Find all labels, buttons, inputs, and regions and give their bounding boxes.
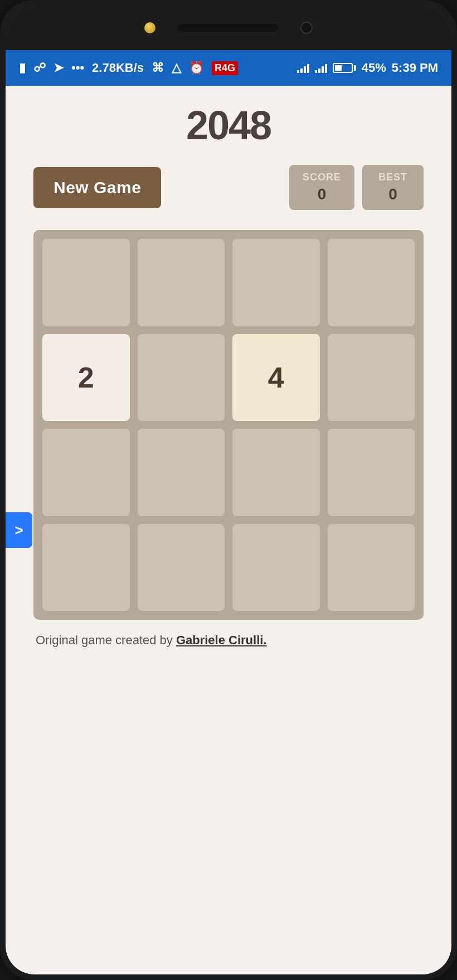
best-label: BEST bbox=[376, 171, 410, 183]
credit-text: Original game created by Gabriele Cirull… bbox=[33, 633, 424, 648]
time: 5:39 PM bbox=[392, 61, 438, 75]
telegram-icon: ➤ bbox=[54, 61, 64, 75]
tile bbox=[138, 334, 225, 422]
tile bbox=[42, 429, 130, 516]
location-icon: △ bbox=[172, 61, 181, 75]
battery-percent: 45% bbox=[362, 61, 386, 75]
tile bbox=[42, 239, 130, 326]
tile bbox=[328, 239, 415, 326]
app-content: > 2048 New Game SCORE 0 BEST 0 bbox=[6, 86, 451, 974]
wifi-icon: ⌘ bbox=[152, 61, 164, 75]
front-camera-icon bbox=[144, 22, 155, 33]
tile bbox=[232, 239, 320, 326]
board-grid: 24 bbox=[42, 239, 415, 611]
camera-bar bbox=[6, 6, 451, 50]
signal-bars-icon bbox=[297, 63, 309, 73]
network-badge: R4G bbox=[212, 61, 238, 75]
tile bbox=[138, 429, 225, 516]
more-icon: ••• bbox=[71, 61, 84, 75]
tile bbox=[42, 524, 130, 611]
chevron-icon: > bbox=[14, 522, 23, 539]
best-box: BEST 0 bbox=[362, 165, 424, 210]
status-right: 45% 5:39 PM bbox=[297, 61, 438, 75]
sensor-icon bbox=[300, 22, 313, 34]
game-board[interactable]: 24 bbox=[33, 230, 424, 620]
score-label: SCORE bbox=[303, 171, 341, 183]
tile bbox=[328, 429, 415, 516]
tile bbox=[138, 524, 225, 611]
game-title: 2048 bbox=[33, 102, 424, 148]
tile bbox=[232, 429, 320, 516]
credit-link[interactable]: Gabriele Cirulli. bbox=[176, 633, 267, 647]
tile bbox=[328, 524, 415, 611]
speaker-icon bbox=[178, 24, 278, 32]
phone-inner: ▮ ☍ ➤ ••• 2.78KB/s ⌘ △ ⏰ R4G bbox=[6, 6, 451, 974]
signal-bars-2-icon bbox=[315, 63, 327, 73]
side-chevron-button[interactable]: > bbox=[6, 512, 32, 548]
pushbullet-icon: ▮ bbox=[19, 61, 26, 75]
battery-icon bbox=[333, 63, 356, 73]
tile bbox=[138, 239, 225, 326]
status-bar: ▮ ☍ ➤ ••• 2.78KB/s ⌘ △ ⏰ R4G bbox=[6, 50, 451, 86]
score-box: SCORE 0 bbox=[289, 165, 354, 210]
score-value: 0 bbox=[303, 185, 341, 203]
tile bbox=[328, 334, 415, 422]
phone-frame: ▮ ☍ ➤ ••• 2.78KB/s ⌘ △ ⏰ R4G bbox=[0, 0, 457, 980]
score-boxes: SCORE 0 BEST 0 bbox=[289, 165, 424, 210]
top-controls: New Game SCORE 0 BEST 0 bbox=[33, 165, 424, 210]
whatsapp-icon: ☍ bbox=[33, 61, 46, 75]
status-left: ▮ ☍ ➤ ••• 2.78KB/s ⌘ △ ⏰ R4G bbox=[19, 61, 238, 75]
tile: 2 bbox=[42, 334, 130, 422]
new-game-button[interactable]: New Game bbox=[33, 167, 161, 208]
alarm-icon: ⏰ bbox=[189, 61, 204, 75]
best-value: 0 bbox=[376, 185, 410, 203]
network-speed: 2.78KB/s bbox=[92, 61, 144, 75]
tile: 4 bbox=[232, 334, 320, 422]
tile bbox=[232, 524, 320, 611]
